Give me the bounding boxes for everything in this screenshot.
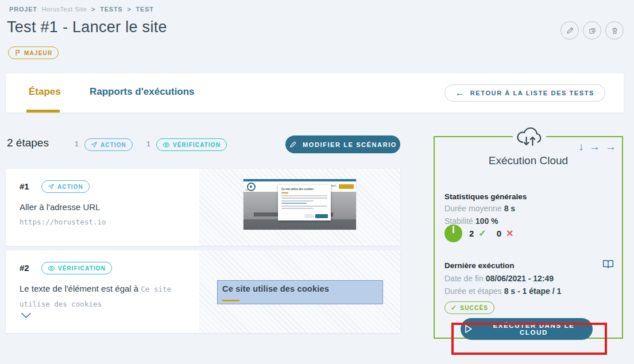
book-icon: [602, 259, 614, 269]
mini-text-line: [281, 198, 327, 199]
mini-text-line: [281, 206, 327, 207]
header-actions: [560, 21, 624, 40]
back-arrow-icon: ←: [455, 88, 465, 98]
step-description: Le texte de l'élément est égal à Ce site…: [20, 281, 192, 311]
breadcrumb-separator: >: [127, 6, 131, 13]
gold-underline-bar: [222, 300, 239, 302]
tab-bar: Étapes Rapports d'exécutions ← RETOUR À …: [6, 73, 624, 113]
stat-duration-label: Durée moyenne: [444, 204, 502, 213]
step-number: #2: [20, 263, 29, 273]
play-icon: [464, 324, 473, 334]
mini-site-cta-button: [339, 184, 354, 189]
flag-icon: [14, 49, 21, 56]
trash-icon: [610, 26, 619, 35]
step-screenshot-thumbnail[interactable]: Ce site utilise des cookies: [217, 280, 383, 304]
arrow-right-icon[interactable]: →: [605, 141, 616, 153]
check-icon: ✓: [451, 304, 457, 312]
mini-secondary-button: [304, 214, 314, 218]
run-duration-label: Durée et étapes: [444, 286, 502, 296]
tab-rapports-executions[interactable]: Rapports d'exécutions: [90, 73, 195, 110]
pass-fail-counts: 2 ✓ 0 ✕: [469, 228, 514, 239]
action-type-badge: ACTION: [84, 138, 133, 151]
app-root: PROJET HorusTest Site > TESTS > TEST Tes…: [0, 0, 634, 364]
back-to-tests-label: RETOUR À LA LISTE DES TESTS: [470, 90, 594, 96]
cloud-execution-panel: ↓ → → Exécution Cloud Statistiques génér…: [434, 136, 623, 339]
chevron-down-icon: [21, 312, 32, 319]
execute-in-cloud-button[interactable]: EXÉCUTER DANS LE CLOUD: [461, 318, 593, 340]
action-badge-label: ACTION: [100, 142, 126, 148]
step-type-badge: ACTION: [41, 180, 90, 193]
success-status-badge: ✓ SUCCÈS: [444, 301, 494, 314]
tab-etapes[interactable]: Étapes: [29, 73, 61, 110]
breadcrumb-project-name[interactable]: HorusTest Site: [42, 6, 87, 13]
duplicate-test-button[interactable]: [583, 21, 601, 40]
mini-site-brand: horustest: [245, 189, 254, 191]
check-icon: ✓: [478, 228, 486, 239]
severity-badge: MAJEUR: [8, 47, 59, 59]
stats-heading: Statistiques générales: [444, 192, 527, 201]
step-description: Aller à l'adresse URL https://horustest.…: [20, 200, 192, 229]
edit-test-button[interactable]: [560, 21, 579, 40]
delete-test-button[interactable]: [605, 21, 624, 40]
arrow-down-icon[interactable]: ↓: [579, 141, 585, 153]
verification-count: 1: [146, 140, 150, 148]
verified-element-text: Ce site utilise des cookies: [222, 284, 329, 293]
severity-badge-label: MAJEUR: [24, 50, 52, 56]
cloud-sync-icon: [515, 124, 544, 150]
last-run-duration: Durée et étapes8 s - 1 étape / 1: [444, 286, 561, 296]
page-title: Test #1 - Lancer le site: [7, 18, 167, 36]
pass-count: 2: [469, 229, 474, 238]
eye-icon: [48, 265, 55, 272]
mini-cookie-modal: Ce site utilise des cookies: [278, 185, 331, 220]
cross-icon: ✕: [506, 228, 513, 239]
panel-title: Exécution Cloud: [435, 154, 622, 167]
step-number: #1: [20, 181, 29, 191]
active-tab-underline: [26, 110, 60, 113]
tab-etapes-label: Étapes: [29, 86, 61, 98]
expand-step-button[interactable]: [18, 310, 34, 321]
success-badge-label: SUCCÈS: [460, 305, 488, 311]
stat-stability-value: 100 %: [476, 216, 498, 226]
action-count: 1: [75, 140, 79, 148]
breadcrumb-test: TEST: [136, 6, 154, 13]
pencil-icon: [289, 141, 297, 149]
breadcrumb: PROJET HorusTest Site > TESTS > TEST: [9, 6, 156, 13]
pass-rate-pie-chart: [444, 224, 462, 242]
cloud-icon-wrap: [513, 123, 546, 151]
step-title-text: Le texte de l'élément est égal à: [20, 284, 138, 293]
end-date-label: Date de fin: [444, 274, 484, 283]
step-card-1[interactable]: #1 ACTION Aller à l'adresse URL https://…: [6, 169, 400, 246]
stat-stability-label: Stabilité: [444, 216, 473, 226]
open-report-button[interactable]: [602, 259, 614, 269]
mini-link-line: [281, 203, 307, 204]
paper-plane-icon: [48, 183, 55, 190]
mini-site-hero-photo: Ce site utilise des cookies: [243, 192, 356, 230]
mini-text-line: [281, 200, 314, 202]
stat-duration-value: 8 s: [504, 204, 515, 213]
breadcrumb-project-label: PROJET: [9, 6, 37, 13]
mini-gold-rule: [281, 192, 288, 193]
verification-badge-label: VÉRIFICATION: [173, 142, 221, 148]
edit-scenario-label: MODIFIER LE SCÉNARIO: [303, 141, 397, 148]
step-type-badge: VÉRIFICATION: [41, 262, 112, 274]
mini-site-desk-shade: [243, 219, 356, 230]
step-screenshot-thumbnail[interactable]: horustest BLOG CONTACT Ce site utilise d…: [243, 179, 356, 230]
edit-scenario-button[interactable]: MODIFIER LE SCÉNARIO: [285, 135, 400, 153]
stat-duration: Durée moyenne8 s: [444, 204, 515, 213]
duplicate-icon: [588, 26, 597, 35]
step-title-text: Aller à l'adresse URL: [20, 202, 100, 212]
arrow-right-icon[interactable]: →: [589, 141, 600, 153]
steps-count: 2 étapes: [7, 137, 49, 149]
verification-type-badge: VÉRIFICATION: [156, 138, 227, 151]
run-duration-value: 8 s - 1 étape / 1: [504, 286, 562, 296]
back-to-tests-button[interactable]: ← RETOUR À LA LISTE DES TESTS: [444, 84, 605, 102]
breadcrumb-tests[interactable]: TESTS: [100, 6, 122, 13]
mini-text-line: [281, 195, 327, 196]
step-card-2[interactable]: #2 VÉRIFICATION Le texte de l'élément es…: [6, 250, 400, 333]
end-date-value: 08/06/2021 - 12:49: [486, 274, 554, 283]
step-type-label: ACTION: [57, 184, 83, 190]
tab-rapports-label: Rapports d'exécutions: [90, 86, 195, 98]
last-run-heading: Dernière exécution: [444, 261, 515, 270]
mini-text-line: [281, 208, 314, 209]
execute-in-cloud-label: EXÉCUTER DANS LE CLOUD: [478, 322, 589, 336]
